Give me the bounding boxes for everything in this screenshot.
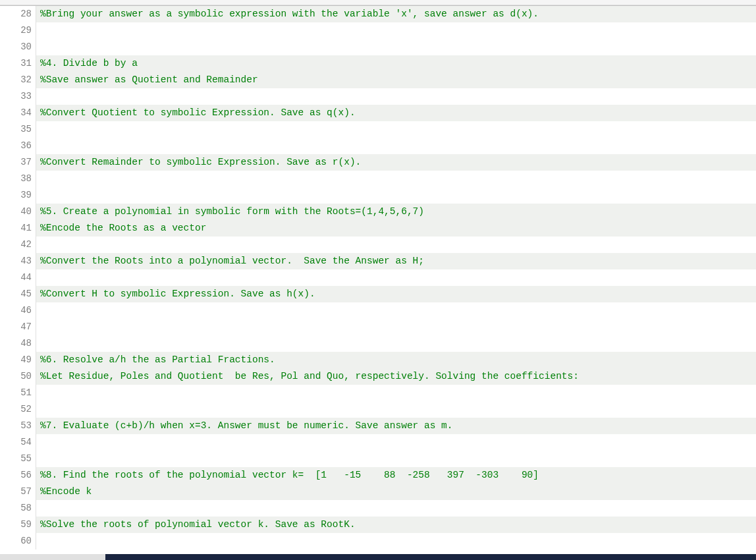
comment-text: %Encode the Roots as a vector (40, 223, 206, 233)
code-line[interactable]: 36 (0, 138, 756, 154)
line-number: 41 (13, 220, 36, 237)
line-number: 58 (13, 500, 36, 517)
comment-text: %Solve the roots of polynomial vector k.… (40, 519, 356, 530)
code-line[interactable]: 54 (0, 434, 756, 451)
code-line[interactable]: 57%Encode k (0, 484, 756, 500)
code-line[interactable]: 39 (0, 187, 756, 204)
code-line[interactable]: 51 (0, 385, 756, 401)
code-line[interactable]: 42 (0, 237, 756, 253)
line-number: 36 (13, 138, 36, 154)
line-content[interactable]: %Let Residue, Poles and Quotient be Res,… (36, 368, 756, 385)
line-number: 45 (13, 286, 36, 302)
code-editor[interactable]: 28%Bring your answer as a symbolic expre… (0, 6, 756, 554)
code-line[interactable]: 52 (0, 401, 756, 418)
line-number: 43 (13, 253, 36, 269)
line-content[interactable]: %Save answer as Quotient and Remainder (36, 72, 756, 88)
line-number: 48 (13, 335, 36, 352)
line-content[interactable]: %8. Find the roots of the polynomial vec… (36, 467, 756, 484)
comment-text: %Convert H to symbolic Expression. Save … (40, 289, 315, 299)
line-number: 35 (13, 121, 36, 138)
code-line[interactable]: 29 (0, 22, 756, 39)
line-number: 32 (13, 72, 36, 88)
code-line[interactable]: 45%Convert H to symbolic Expression. Sav… (0, 286, 756, 302)
line-number: 34 (13, 105, 36, 121)
line-content[interactable]: %Convert the Roots into a polynomial vec… (36, 253, 756, 269)
line-number: 40 (13, 204, 36, 220)
line-number: 37 (13, 154, 36, 171)
code-line[interactable]: 35 (0, 121, 756, 138)
line-number: 29 (13, 22, 36, 39)
line-content[interactable]: %Solve the roots of polynomial vector k.… (36, 517, 756, 533)
code-line[interactable]: 28%Bring your answer as a symbolic expre… (0, 6, 756, 22)
code-line[interactable]: 40%5. Create a polynomial in symbolic fo… (0, 204, 756, 220)
comment-text: %8. Find the roots of the polynomial vec… (40, 470, 539, 480)
line-number: 53 (13, 418, 36, 434)
code-line[interactable]: 55 (0, 451, 756, 467)
line-number: 52 (13, 401, 36, 418)
line-content[interactable]: %Convert Remainder to symbolic Expressio… (36, 154, 756, 171)
line-number: 47 (13, 319, 36, 335)
line-content[interactable]: %Bring your answer as a symbolic express… (36, 6, 756, 22)
line-content[interactable]: %5. Create a polynomial in symbolic form… (36, 204, 756, 220)
code-line[interactable]: 59%Solve the roots of polynomial vector … (0, 517, 756, 533)
comment-text: %7. Evaluate (c+b)/h when x=3. Answer mu… (40, 420, 453, 431)
comment-text: %Encode k (40, 486, 92, 497)
code-line[interactable]: 38 (0, 171, 756, 187)
code-line[interactable]: 56%8. Find the roots of the polynomial v… (0, 467, 756, 484)
line-number: 46 (13, 302, 36, 319)
line-content[interactable]: %7. Evaluate (c+b)/h when x=3. Answer mu… (36, 418, 756, 434)
line-number: 42 (13, 237, 36, 253)
comment-text: %Convert Remainder to symbolic Expressio… (40, 157, 361, 167)
line-number: 49 (13, 352, 36, 368)
comment-text: %Save answer as Quotient and Remainder (40, 74, 258, 85)
line-number: 31 (13, 55, 36, 72)
code-line[interactable]: 30 (0, 39, 756, 55)
line-content[interactable]: %6. Resolve a/h the as Partial Fractions… (36, 352, 756, 368)
line-number: 57 (13, 484, 36, 500)
line-number: 50 (13, 368, 36, 385)
comment-text: %Let Residue, Poles and Quotient be Res,… (40, 371, 579, 381)
taskbar[interactable] (0, 554, 756, 560)
comment-text: %Convert the Roots into a polynomial vec… (40, 256, 424, 266)
code-line[interactable]: 49%6. Resolve a/h the as Partial Fractio… (0, 352, 756, 368)
line-content[interactable]: %Convert Quotient to symbolic Expression… (36, 105, 756, 121)
code-line[interactable]: 47 (0, 319, 756, 335)
code-line[interactable]: 34%Convert Quotient to symbolic Expressi… (0, 105, 756, 121)
code-line[interactable]: 33 (0, 88, 756, 105)
comment-text: %6. Resolve a/h the as Partial Fractions… (40, 354, 275, 365)
line-number: 54 (13, 434, 36, 451)
line-content[interactable]: %Convert H to symbolic Expression. Save … (36, 286, 756, 302)
code-line[interactable]: 41%Encode the Roots as a vector (0, 220, 756, 237)
code-line[interactable]: 48 (0, 335, 756, 352)
line-number: 60 (13, 533, 36, 549)
code-line[interactable]: 37%Convert Remainder to symbolic Express… (0, 154, 756, 171)
line-number: 28 (13, 6, 36, 22)
line-content[interactable]: %4. Divide b by a (36, 55, 756, 72)
editor-toolbar (0, 0, 756, 5)
code-line[interactable]: 44 (0, 269, 756, 286)
comment-text: %4. Divide b by a (40, 58, 138, 69)
editor-container: 28%Bring your answer as a symbolic expre… (0, 5, 756, 554)
taskbar-start-area[interactable] (0, 554, 105, 560)
code-line[interactable]: 60 (0, 533, 756, 549)
code-line[interactable]: 32%Save answer as Quotient and Remainder (0, 72, 756, 88)
comment-text: %Convert Quotient to symbolic Expression… (40, 107, 356, 118)
comment-text: %5. Create a polynomial in symbolic form… (40, 206, 424, 217)
code-line[interactable]: 46 (0, 302, 756, 319)
line-content[interactable]: %Encode k (36, 484, 756, 500)
line-number: 51 (13, 385, 36, 401)
code-line[interactable]: 58 (0, 500, 756, 517)
line-number: 30 (13, 39, 36, 55)
line-number: 39 (13, 187, 36, 204)
line-number: 59 (13, 517, 36, 533)
line-number: 33 (13, 88, 36, 105)
comment-text: %Bring your answer as a symbolic express… (40, 9, 539, 19)
line-number: 55 (13, 451, 36, 467)
line-content[interactable]: %Encode the Roots as a vector (36, 220, 756, 237)
line-number: 56 (13, 467, 36, 484)
line-number: 44 (13, 269, 36, 286)
code-line[interactable]: 50%Let Residue, Poles and Quotient be Re… (0, 368, 756, 385)
code-line[interactable]: 53%7. Evaluate (c+b)/h when x=3. Answer … (0, 418, 756, 434)
code-line[interactable]: 43%Convert the Roots into a polynomial v… (0, 253, 756, 269)
code-line[interactable]: 31%4. Divide b by a (0, 55, 756, 72)
